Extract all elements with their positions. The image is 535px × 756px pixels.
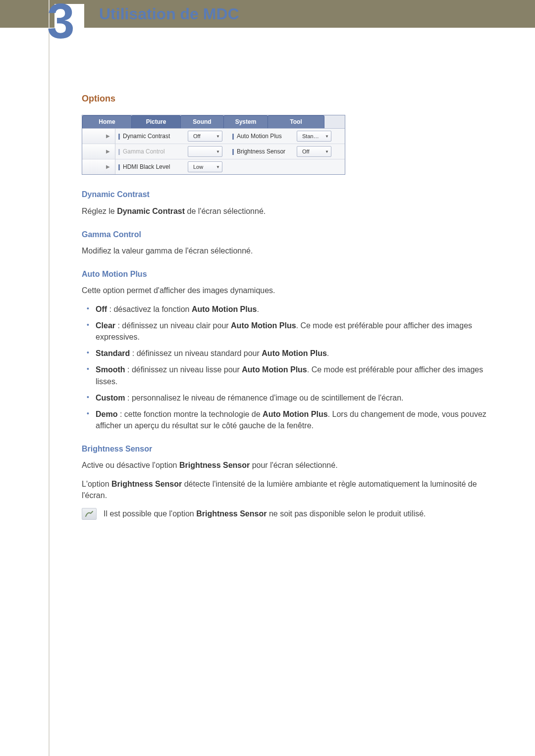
chevron-right-icon: ▶ xyxy=(106,133,110,140)
tab-picture[interactable]: Picture xyxy=(131,115,181,128)
chevron-down-icon: ▼ xyxy=(216,164,220,170)
dropdown-gamma-control: ▼ xyxy=(188,146,222,157)
chevron-right-icon: ▶ xyxy=(106,148,110,155)
label-dynamic-contrast: Dynamic Contrast xyxy=(115,132,188,141)
chevron-down-icon: ▼ xyxy=(325,149,329,155)
heading-brightness-sensor: Brightness Sensor xyxy=(82,443,490,454)
tab-home[interactable]: Home xyxy=(82,115,132,128)
label-brightness-sensor: Brightness Sensor xyxy=(229,148,297,156)
label-auto-motion-plus: Auto Motion Plus xyxy=(229,132,297,141)
side-row[interactable]: ▶ xyxy=(82,144,115,159)
dropdown-dynamic-contrast[interactable]: Off▼ xyxy=(188,131,222,142)
side-row[interactable]: ▶ xyxy=(82,159,115,174)
paragraph: Cette option permet d'afficher des image… xyxy=(82,285,490,296)
auto-motion-plus-list: Off : désactivez la fonction Auto Motion… xyxy=(82,303,490,432)
option-row: Dynamic Contrast Off▼ Auto Motion Plus S… xyxy=(115,129,345,144)
note: Il est possible que l'option Brightness … xyxy=(82,508,490,520)
options-panel: Home Picture Sound System Tool ▶ ▶ ▶ Dyn… xyxy=(82,115,345,175)
paragraph: Réglez le Dynamic Contrast de l'écran sé… xyxy=(82,205,490,217)
chevron-right-icon: ▶ xyxy=(106,163,110,171)
list-item: Standard : définissez un niveau standard… xyxy=(82,348,490,359)
note-icon xyxy=(82,508,97,520)
chevron-down-icon: ▼ xyxy=(216,134,220,140)
option-row: Gamma Control ▼ Brightness Sensor Off▼ xyxy=(115,144,345,159)
chevron-down-icon: ▼ xyxy=(325,134,329,140)
heading-gamma-control: Gamma Control xyxy=(82,229,490,240)
tab-sound[interactable]: Sound xyxy=(180,115,224,128)
chevron-down-icon: ▼ xyxy=(216,149,220,155)
paragraph: Active ou désactive l'option Brightness … xyxy=(82,459,490,471)
heading-auto-motion-plus: Auto Motion Plus xyxy=(82,268,490,280)
chapter-number-badge: 3 xyxy=(40,0,84,59)
paragraph: Modifiez la valeur gamma de l'écran séle… xyxy=(82,245,490,256)
section-title: Options xyxy=(82,92,490,105)
list-item: Clear : définissez un niveau clair pour … xyxy=(82,320,490,343)
list-item: Custom : personnalisez le niveau de réma… xyxy=(82,392,490,403)
list-item: Smooth : définissez un niveau lisse pour… xyxy=(82,364,490,387)
chapter-number: 3 xyxy=(47,0,75,50)
option-row: HDMI Black Level Low▼ xyxy=(115,159,345,174)
left-margin-rule xyxy=(49,0,50,756)
heading-dynamic-contrast: Dynamic Contrast xyxy=(82,189,490,200)
tab-system[interactable]: System xyxy=(223,115,268,128)
panel-tabs: Home Picture Sound System Tool xyxy=(82,115,345,129)
list-item: Demo : cette fonction montre la technolo… xyxy=(82,408,490,431)
side-row[interactable]: ▶ xyxy=(82,129,115,144)
chapter-title: Utilisation de MDC xyxy=(99,5,239,23)
dropdown-brightness-sensor[interactable]: Off▼ xyxy=(297,146,331,157)
dropdown-hdmi-black-level[interactable]: Low▼ xyxy=(188,161,222,172)
note-text: Il est possible que l'option Brightness … xyxy=(104,508,426,519)
list-item: Off : désactivez la fonction Auto Motion… xyxy=(82,303,490,315)
panel-side-column: ▶ ▶ ▶ xyxy=(82,129,115,174)
tab-tool[interactable]: Tool xyxy=(268,115,324,128)
dropdown-auto-motion-plus[interactable]: Stan…▼ xyxy=(297,131,331,142)
label-hdmi-black-level: HDMI Black Level xyxy=(115,163,188,171)
paragraph: L'option Brightness Sensor détecte l'int… xyxy=(82,478,490,501)
label-gamma-control: Gamma Control xyxy=(115,148,188,156)
